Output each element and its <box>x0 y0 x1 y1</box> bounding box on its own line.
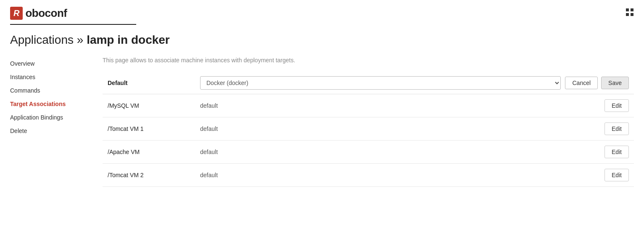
svg-rect-3 <box>631 13 633 16</box>
dropdown-wrapper: Docker (docker) Local (local) EC2 (ec2) <box>200 76 561 90</box>
logo: R oboconf <box>10 7 67 20</box>
cancel-button[interactable]: Cancel <box>565 77 598 89</box>
sidebar-item-target-associations[interactable]: Target Associations <box>10 97 86 111</box>
sidebar-item-commands[interactable]: Commands <box>10 84 86 97</box>
row-label-tomcat1: /Tomcat VM 1 <box>108 125 200 132</box>
row-actions-tomcat1: Edit <box>604 122 629 135</box>
target-dropdown[interactable]: Docker (docker) Local (local) EC2 (ec2) <box>200 76 561 90</box>
sidebar: Overview Instances Commands Target Assoc… <box>10 57 86 187</box>
default-row-actions: Cancel Save <box>565 77 629 89</box>
edit-button-mysql[interactable]: Edit <box>604 99 629 112</box>
save-button[interactable]: Save <box>601 77 629 89</box>
table-row: /Tomcat VM 2 default Edit <box>103 164 634 187</box>
default-row: Default Docker (docker) Local (local) EC… <box>103 72 634 94</box>
svg-rect-2 <box>626 13 629 16</box>
default-row-label: Default <box>108 80 200 86</box>
svg-rect-0 <box>626 8 629 11</box>
page-description: This page allows to associate machine in… <box>103 57 634 64</box>
row-actions-mysql: Edit <box>604 99 629 112</box>
layout: Overview Instances Commands Target Assoc… <box>0 57 644 187</box>
row-label-mysql: /MySQL VM <box>108 102 200 109</box>
logo-text: oboconf <box>25 7 67 20</box>
table-row: /Tomcat VM 1 default Edit <box>103 117 634 141</box>
edit-button-apache[interactable]: Edit <box>604 146 629 158</box>
svg-rect-1 <box>631 8 633 11</box>
sidebar-item-overview[interactable]: Overview <box>10 57 86 70</box>
row-actions-tomcat2: Edit <box>604 169 629 181</box>
breadcrumb-separator: » <box>74 33 87 46</box>
breadcrumb-app-name: lamp in docker <box>87 33 170 46</box>
grid-icon[interactable]: ​ <box>626 8 634 19</box>
table-row: /MySQL VM default Edit <box>103 94 634 117</box>
header: R oboconf ​ <box>0 0 644 20</box>
logo-icon: R <box>10 7 23 20</box>
table-row: /Apache VM default Edit <box>103 141 634 164</box>
page-title: Applications » lamp in docker <box>10 33 634 47</box>
row-actions-apache: Edit <box>604 146 629 158</box>
row-value-tomcat2: default <box>200 172 604 178</box>
row-label-apache: /Apache VM <box>108 149 200 155</box>
row-value-tomcat1: default <box>200 125 604 132</box>
breadcrumb-apps: Applications <box>10 33 74 46</box>
row-value-mysql: default <box>200 102 604 109</box>
main-content: This page allows to associate machine in… <box>103 57 634 187</box>
edit-button-tomcat2[interactable]: Edit <box>604 169 629 181</box>
sidebar-item-application-bindings[interactable]: Application Bindings <box>10 111 86 124</box>
sidebar-item-delete[interactable]: Delete <box>10 124 86 138</box>
sidebar-item-instances[interactable]: Instances <box>10 70 86 84</box>
edit-button-tomcat1[interactable]: Edit <box>604 122 629 135</box>
row-label-tomcat2: /Tomcat VM 2 <box>108 172 200 178</box>
page-title-section: Applications » lamp in docker <box>0 25 644 57</box>
row-value-apache: default <box>200 149 604 155</box>
